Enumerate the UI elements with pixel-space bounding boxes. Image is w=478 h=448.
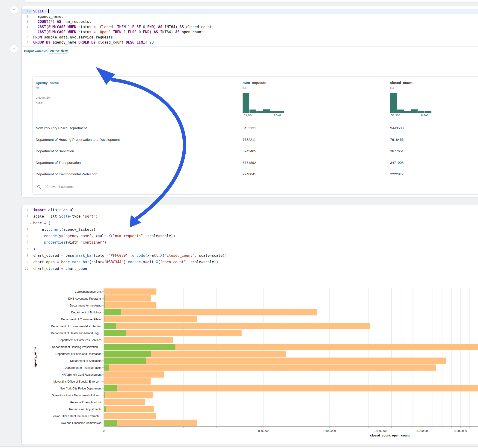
code-line-6[interactable]: 6FROM sample_data.nyc.service_requests [22, 35, 478, 40]
code-text: agency_name, [33, 14, 63, 19]
line-number: 3 [22, 220, 28, 226]
svg-text:Senior Citizen Rent Increase E: Senior Citizen Rent Increase Exempti… [51, 415, 101, 418]
line-number: 5 [22, 30, 28, 35]
svg-text:9.4e6: 9.4e6 [421, 114, 429, 117]
bar-open_count [104, 351, 151, 357]
bar-closed_count [104, 372, 164, 378]
svg-text:9.5e6: 9.5e6 [273, 114, 281, 117]
svg-text:Department of Housing Preserva: Department of Housing Preservation … [52, 345, 101, 349]
table-row[interactable]: Department of Sanitation37494853677651 [33, 146, 478, 157]
svg-text:DHS Advantage Programs: DHS Advantage Programs [68, 297, 101, 300]
table-cell: 2240041 [243, 172, 256, 176]
svg-text:Department of Homeless Service: Department of Homeless Services [58, 339, 101, 342]
table-cell: 7618456 [390, 137, 403, 142]
code-line-4[interactable]: 4 alt.Chart(agency_tickets) [22, 226, 478, 233]
code-text: chart_closed = base.mark_bar(color="#FFC… [33, 252, 227, 259]
code-line-7[interactable]: 7) [22, 246, 478, 252]
svg-text:Department for the Aging: Department for the Aging [70, 304, 101, 307]
code-line-2[interactable]: 2scale = alt.Scale(type="sqrt") [22, 213, 478, 220]
code-text: .properties(width="container") [33, 239, 106, 246]
bar-closed_count [104, 392, 153, 398]
table-row[interactable]: New York City Police Department945313194… [33, 123, 478, 134]
svg-text:Taxi and Limousine Commission: Taxi and Limousine Commission [61, 422, 101, 425]
svg-text:Refunds and Adjustments: Refunds and Adjustments [69, 408, 101, 411]
column-type: str [36, 86, 39, 90]
code-text: chart_closed + chart_open [33, 266, 87, 272]
row-column-count: 20 rows, 4 columns [45, 185, 74, 188]
add-cell-button-top[interactable]: + [10, 6, 18, 14]
line-number: 2 [22, 14, 28, 19]
bar-open_count [104, 323, 116, 329]
line-number: 7 [22, 40, 28, 45]
text-cursor [48, 9, 49, 13]
histogram-num-requests: 53,3049.5e6 [243, 93, 285, 118]
output-variable-label: Output variable: [24, 49, 47, 53]
table-body: New York City Police Department945313194… [33, 123, 478, 180]
table-row[interactable]: Department of Transportation377489234719… [33, 157, 478, 169]
output-variable-strip: Output variable: agency_tickets [22, 46, 478, 56]
bar-closed_count [104, 378, 151, 385]
table-cell: Department of Environmental Protection [36, 172, 97, 176]
search-icon[interactable] [37, 185, 41, 189]
add-cell-button-middle[interactable]: + [10, 45, 18, 53]
svg-text:Department of Health and Menta: Department of Health and Mental Hyg… [51, 332, 101, 335]
bar-open_count [104, 385, 117, 392]
code-text: .encode(y="agency_name", x=alt.X("num_re… [33, 233, 175, 239]
line-number: 6 [22, 239, 28, 246]
bar-closed_count [104, 295, 151, 302]
fold-chevron-icon[interactable] [29, 221, 31, 224]
svg-text:0: 0 [103, 429, 105, 433]
svg-text:3,200,000: 3,200,000 [416, 429, 429, 433]
code-line-7[interactable]: 7GROUP BY agency_name ORDER BY closed_co… [22, 40, 478, 45]
code-line-3[interactable]: 3base = ( [22, 220, 478, 226]
code-line-5[interactable]: 5 .encode(y="agency_name", x=alt.X("num_… [22, 233, 478, 239]
code-text: ) [33, 246, 35, 252]
table-cell: 2222847 [390, 172, 403, 176]
next-cell-edge [0, 446, 478, 448]
code-line-5[interactable]: 5 CAST(SUM(CASE WHEN status = 'Open' THE… [22, 30, 478, 35]
svg-text:closed_count, open_count: closed_count, open_count [370, 434, 410, 437]
line-number: 7 [22, 246, 28, 252]
svg-text:Mayorâ€ s Office of Special En: Mayorâ€ s Office of Special Enforce… [53, 380, 101, 383]
code-line-2[interactable]: 2 agency_name, [22, 14, 478, 19]
bar-closed_count [104, 337, 173, 343]
svg-text:Correspondence Unit: Correspondence Unit [75, 290, 102, 293]
code-line-1[interactable]: 1SELECT [22, 9, 478, 14]
svg-text:Department of Environmental Pr: Department of Environmental Protection [51, 325, 101, 328]
code-text: COUNT(*) AS num_requests, [33, 19, 91, 25]
code-line-10[interactable]: 10chart_closed + chart_open [22, 266, 478, 272]
table-cell: 3677651 [390, 149, 403, 153]
code-line-6[interactable]: 6 .properties(width="container") [22, 239, 478, 246]
code-line-1[interactable]: 1import altair as alt [22, 207, 478, 213]
code-text: import altair as alt [33, 207, 76, 213]
bar-open_count [104, 344, 175, 350]
table-row[interactable]: Department of Housing Preservation and D… [33, 134, 478, 146]
bar-open_count [104, 309, 121, 316]
table-cell: Department of Sanitation [36, 149, 74, 153]
line-number: 10 [22, 266, 28, 272]
bar-closed_count [104, 302, 156, 309]
column-type: i64 [243, 86, 246, 90]
python-code-editor[interactable]: 1import altair as alt2scale = alt.Scale(… [22, 207, 478, 272]
bar-open_count [104, 392, 105, 398]
bar-open_count [104, 365, 109, 371]
code-line-9[interactable]: 9chart_open = base.mark_bar(color="#8BC3… [22, 259, 478, 265]
svg-text:Department of Sanitation: Department of Sanitation [70, 359, 101, 362]
column-type: i64 [390, 86, 394, 90]
altair-bar-chart[interactable]: 0800,0001,600,0002,400,0003,200,0004,000… [22, 286, 478, 446]
svg-text:Department of Consumer Affairs: Department of Consumer Affairs [61, 318, 101, 321]
table-row[interactable]: Department of Environmental Protection22… [33, 169, 478, 180]
output-variable-pill[interactable]: agency_tickets [48, 48, 68, 54]
code-text: SELECT [33, 9, 49, 14]
svg-text:New York City Police Departmen: New York City Police Department [60, 387, 102, 390]
line-number: 5 [22, 233, 28, 239]
sql-code-editor[interactable]: 1SELECT 2 agency_name,3 COUNT(*) AS num_… [22, 9, 478, 45]
bar-closed_count [104, 309, 317, 316]
code-text: chart_open = base.mark_bar(color="#8BC34… [33, 259, 218, 265]
svg-text:Department of Buildings: Department of Buildings [71, 311, 101, 314]
code-line-8[interactable]: 8chart_closed = base.mark_bar(color="#FF… [22, 252, 478, 259]
svg-text:Department of Transportation: Department of Transportation [65, 366, 101, 369]
table-cell: New York City Police Department [36, 126, 87, 130]
code-line-3[interactable]: 3 COUNT(*) AS num_requests, [22, 19, 478, 25]
code-line-4[interactable]: 4 CAST(SUM(CASE WHEN status = 'Closed' T… [22, 25, 478, 30]
